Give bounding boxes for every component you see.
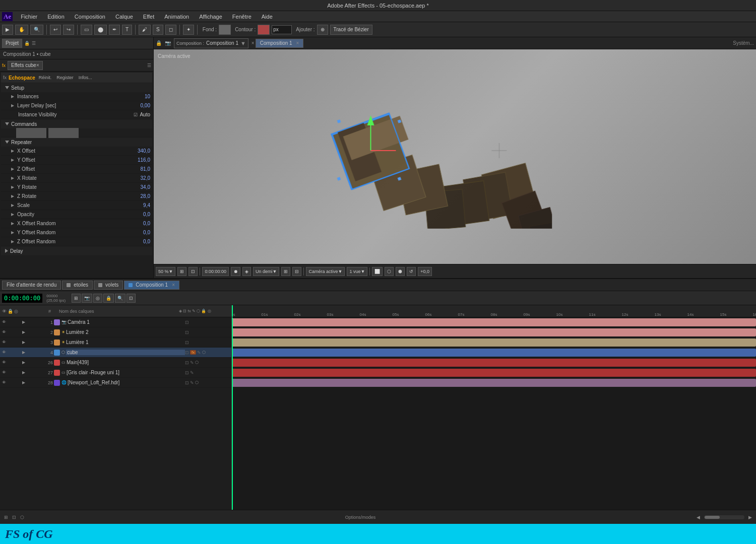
y-offset-random-value[interactable]: 0,0 [130,230,150,235]
layer-28-solo[interactable] [14,380,20,386]
commands-section-header[interactable]: Commands [1,119,152,128]
layer-row-4[interactable]: 👁 ▶ 4 ⬡ cube ⊡ fx ✎ ⬡ [0,348,231,358]
instance-visibility-row[interactable]: Instance Visibility ☑ Auto [1,110,152,119]
z-rotate-row[interactable]: ▶ Z Rotate 28,0 [1,192,152,201]
instances-value[interactable]: 10 [130,94,150,99]
layer-26-solo[interactable] [14,360,20,366]
layer-4-eye[interactable]: 👁 [1,350,7,356]
y-offset-row[interactable]: ▶ Y Offset 116,0 [1,156,152,165]
layer-4-fx[interactable]: fx [190,350,196,355]
layer-1-lock[interactable] [8,319,14,325]
grid-btn[interactable]: ⊞ [281,267,290,276]
px-input[interactable] [272,25,292,34]
layer-28-expand[interactable]: ▶ [21,380,27,386]
cmd-btn-1[interactable] [16,128,46,138]
menu-effet[interactable]: Effet [141,13,156,21]
layer-28-eye[interactable]: 👁 [1,380,7,386]
effects-panel-menu[interactable]: ☰ [147,63,151,68]
opacity-value[interactable]: 0,0 [130,212,150,217]
y-rotate-value[interactable]: 34,0 [130,184,150,190]
z-offset-row[interactable]: ▶ Z Offset 81,0 [1,165,152,174]
tab-render-queue[interactable]: File d'attente de rendu [2,281,61,290]
layer-row-27[interactable]: 👁 ▶ 27 ▭ [Gris clair -Rouge uni 1] ⊡ ✎ [0,368,231,378]
x-offset-random-value[interactable]: 0,0 [130,221,150,226]
tool-brush[interactable]: 🖌 [139,25,151,35]
layer-delay-value[interactable]: 0,00 [130,103,150,108]
effects-tab[interactable]: Effets cube × [8,61,43,70]
camera-view-btn[interactable]: Caméra active ▼ [306,267,345,276]
layer-4-icon[interactable]: ⬡ [202,350,206,355]
bezier-btn[interactable]: Tracé de Bézier [330,25,372,35]
layer-2-lock[interactable] [8,329,14,335]
layer-27-sw1[interactable]: ⊡ [185,370,189,375]
composition-selector[interactable]: Composition : Composition 1 ▼ [174,38,248,48]
zoom-btn[interactable]: 50 % ▼ [156,267,175,276]
comp-selector-arrow[interactable]: ▼ [240,40,246,46]
layer-row-3[interactable]: 👁 ▶ 3 ☀ Lumière 1 ⊡ [0,337,231,348]
menu-aide[interactable]: Aide [260,13,275,21]
tool-undo[interactable]: ↩ [50,25,61,35]
bottom-icon-2[interactable]: ⊡ [12,515,16,520]
project-tab[interactable]: Projet [2,39,22,48]
tl-lock-btn[interactable]: 🔒 [103,294,114,303]
x-offset-value[interactable]: 340,0 [130,148,150,154]
scroll-right[interactable]: ▶ [748,515,752,520]
contour-swatch[interactable] [258,25,270,35]
y-rotate-row[interactable]: ▶ Y Rotate 34,0 [1,183,152,192]
tool-clone[interactable]: S [153,25,163,35]
instances-row[interactable]: ▶ Instances 10 [1,92,152,101]
comp-tab-close[interactable]: × [251,40,255,46]
comp-tab-comp1[interactable]: Composition 1 × [256,39,304,48]
layer-26-sw1[interactable]: ⊡ [185,360,189,365]
opacity-row[interactable]: ▶ Opacity 0,0 [1,210,152,219]
menu-fichier[interactable]: Fichier [19,13,39,21]
layer-row-28[interactable]: 👁 ▶ 28 🌐 [Newport_Loft_Ref.hdr] ⊡ ✎ ⬡ [0,378,231,388]
layer-27-eye[interactable]: 👁 [1,370,7,376]
layer-row-1[interactable]: 👁 ▶ 1 📷 Caméra 1 ⊡ [0,317,231,327]
layer-1-eye[interactable]: 👁 [1,319,7,325]
bottom-icon-3[interactable]: ⬡ [20,515,24,520]
layer-28-lock[interactable] [8,380,14,386]
fond-swatch[interactable] [219,25,231,35]
layer-3-eye[interactable]: 👁 [1,339,7,346]
scale-value[interactable]: 9,4 [130,202,150,208]
layer-row-2[interactable]: 👁 ▶ 2 ☀ Lumière 2 ⊡ [0,327,231,337]
plus-offset-btn[interactable]: +0,0 [418,267,432,276]
tab-comp1[interactable]: Composition 1 × [124,281,179,290]
layer-2-solo[interactable] [14,329,20,335]
layer-1-expand[interactable]: ▶ [21,319,27,325]
comp-tab-close-btn[interactable]: × [296,40,299,46]
time-display[interactable]: 0:00:00:00 [2,294,42,303]
cmd-btn-2[interactable] [48,128,79,138]
layer-3-sw1[interactable]: ⊡ [185,340,189,345]
repeater-section-header[interactable]: Repeater [1,138,152,147]
y-offset-value[interactable]: 116,0 [130,157,150,163]
layer-26-lock[interactable] [8,360,14,366]
tool-text[interactable]: T [122,25,132,35]
layer-26-expand[interactable]: ▶ [21,360,27,366]
layer-1-solo[interactable] [14,319,20,325]
tool-zoom[interactable]: 🔍 [30,25,43,35]
delay-section-header[interactable]: Delay [1,246,152,255]
scale-row[interactable]: ▶ Scale 9,4 [1,201,152,210]
reinit-btn[interactable]: Réinit. [37,75,53,81]
record-btn[interactable]: ⏺ [231,267,240,276]
infos-btn[interactable]: Infos... [77,75,94,81]
menu-affichage[interactable]: Affichage [197,13,224,21]
layer-27-sw2[interactable]: ✎ [190,370,194,375]
z-offset-random-value[interactable]: 0,0 [130,239,150,244]
layer-2-eye[interactable]: 👁 [1,329,7,335]
layer-4-solo[interactable] [14,350,20,356]
layer-3-expand[interactable]: ▶ [21,339,27,346]
x-rotate-row[interactable]: ▶ X Rotate 32,0 [1,174,152,183]
fast-preview-btn[interactable]: ⬡ [385,267,394,276]
scroll-left[interactable]: ◀ [697,515,700,520]
render-btn[interactable]: ⬜ [372,267,383,276]
tl-solo-btn[interactable]: ◎ [93,294,102,303]
reset-btn[interactable]: ↺ [407,267,416,276]
playhead[interactable] [232,305,233,317]
layer-3-solo[interactable] [14,339,20,346]
tl-expand-btn[interactable]: ⊞ [72,294,81,303]
layer-4-lock[interactable] [8,350,14,356]
y-offset-random-row[interactable]: ▶ Y Offset Random 0,0 [1,228,152,237]
